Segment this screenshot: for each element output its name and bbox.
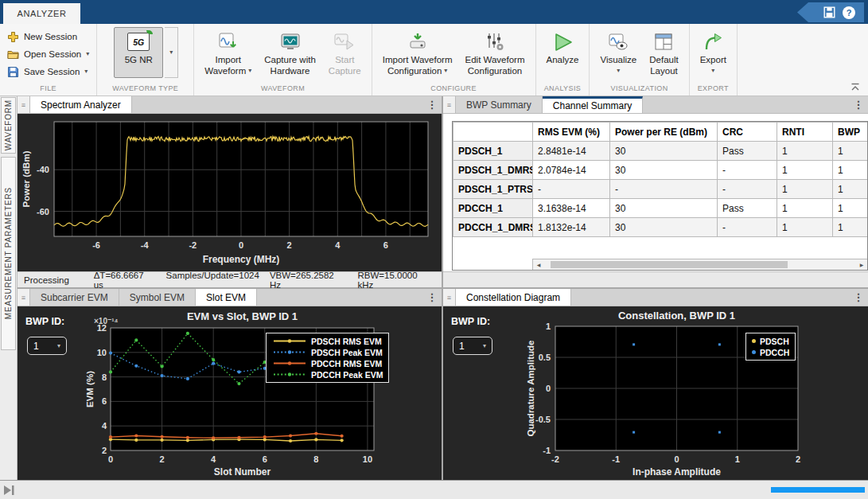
- table-cell: 3.1638e-14: [533, 199, 610, 218]
- table-row[interactable]: PDSCH_1_PTRS---11: [453, 180, 868, 199]
- save-icon[interactable]: [823, 6, 835, 18]
- quick-access-toolbar: ?: [797, 2, 864, 22]
- scrollbar-thumb[interactable]: [551, 261, 788, 268]
- evm-chart-legend: PDSCH RMS EVMPDSCH Peak EVMPDCCH RMS EVM…: [266, 333, 389, 383]
- ribbon-toolbar: New Session Open Session ▾: [0, 24, 868, 96]
- save-session-button[interactable]: Save Session ▾: [4, 64, 92, 80]
- panel-hamburger-icon[interactable]: ≡: [443, 289, 456, 306]
- waveform-type-dropdown-button[interactable]: ▾: [165, 27, 178, 78]
- import-waveform-dropdown-icon[interactable]: ▾: [248, 67, 251, 75]
- visualize-button[interactable]: Visualize ▾: [594, 25, 643, 76]
- analyze-icon: [551, 32, 574, 53]
- table-cell: 1: [833, 218, 868, 237]
- svg-text:6: 6: [263, 454, 267, 464]
- export-dropdown-icon[interactable]: ▾: [711, 67, 714, 75]
- status-segment: VBW=265.2582 Hz: [270, 271, 348, 290]
- panel-hamburger-icon[interactable]: ≡: [443, 96, 456, 113]
- scrollbar-track[interactable]: [544, 259, 856, 270]
- sidebar-tab-measurement-parameters[interactable]: MEASUREMENT PARAMETERS: [1, 157, 16, 350]
- panel-menu-icon[interactable]: ⋮: [422, 96, 442, 113]
- expand-panel-button[interactable]: [2, 484, 16, 497]
- import-config-dropdown-icon[interactable]: ▾: [444, 67, 447, 75]
- collapse-ribbon-button[interactable]: [850, 83, 860, 92]
- legend-marker-icon: [752, 350, 756, 354]
- import-waveform-button[interactable]: Import Waveform ▾: [198, 25, 258, 76]
- table-row[interactable]: PDSCH_12.8481e-1430Pass11: [453, 142, 868, 161]
- constellation-chart-area: BWP ID: 1 ▾ Constellation, BWP ID 1-1-0.…: [443, 306, 868, 480]
- svg-text:Quadrature Amplitude: Quadrature Amplitude: [526, 341, 535, 437]
- new-session-button[interactable]: New Session: [4, 29, 92, 45]
- scroll-right-icon[interactable]: ▶: [856, 262, 867, 267]
- slot-evm-panel: ≡Subcarrier EVMSymbol EVMSlot EVM⋮ BWP I…: [18, 289, 442, 480]
- svg-text:0.5: 0.5: [539, 353, 551, 362]
- bwp-id-select[interactable]: 1 ▾: [27, 337, 67, 355]
- svg-text:Power (dBm): Power (dBm): [21, 150, 31, 207]
- help-icon[interactable]: ?: [843, 6, 855, 19]
- table-cell: -: [610, 180, 718, 199]
- bwp-id-label: BWP ID:: [451, 316, 490, 327]
- export-button[interactable]: Export ▾: [694, 25, 733, 76]
- default-layout-button[interactable]: Default Layout: [643, 25, 684, 76]
- tabstrip-filler: [571, 289, 849, 306]
- row-name-cell: PDCCH_1_DMRS: [453, 218, 533, 237]
- tab-constellation-diagram[interactable]: Constellation Diagram: [456, 289, 571, 306]
- group-label-waveform: WAVEFORM: [198, 83, 367, 96]
- panel-menu-icon[interactable]: ⋮: [849, 289, 868, 306]
- analyze-button[interactable]: Analyze: [540, 25, 586, 76]
- open-session-button[interactable]: Open Session ▾: [4, 46, 92, 62]
- default-layout-icon: [653, 33, 674, 52]
- panel-hamburger-icon[interactable]: ≡: [18, 289, 30, 306]
- table-row[interactable]: PDSCH_1_DMRS2.0784e-1430-11: [453, 161, 868, 180]
- analyzer-tab-label: ANALYZER: [17, 9, 66, 18]
- table-horizontal-scrollbar[interactable]: ◀ ▶: [532, 259, 867, 270]
- save-session-dropdown-icon[interactable]: ▾: [84, 68, 88, 76]
- horizontal-scrollbar-thumb[interactable]: [771, 487, 865, 493]
- svg-text:-4: -4: [141, 240, 150, 250]
- capture-with-hardware-button[interactable]: Capture with Hardware: [258, 25, 322, 76]
- group-label-export: EXPORT: [694, 83, 733, 96]
- legend-entry: PDCCH: [752, 347, 789, 357]
- svg-text:8: 8: [313, 454, 318, 464]
- spectrum-status-bar: Processing ΔT=66.6667 usSamples/Update=1…: [18, 271, 442, 287]
- waveform-type-5gnr-button[interactable]: 5G 5G NR: [114, 27, 163, 78]
- visualize-dropdown-icon[interactable]: ▾: [617, 67, 620, 75]
- edit-waveform-configuration-button[interactable]: Edit Waveform Configuration: [459, 25, 531, 76]
- constellation-panel: ≡Constellation Diagram⋮ BWP ID: 1 ▾ Cons…: [443, 289, 868, 480]
- tab-subcarrier-evm[interactable]: Subcarrier EVM: [30, 289, 119, 306]
- table-cell: -: [718, 218, 777, 237]
- panel-menu-icon[interactable]: ⋮: [422, 289, 442, 306]
- spectrum-tabstrip: ≡Spectrum Analyzer⋮: [18, 96, 442, 114]
- table-row[interactable]: PDCCH_13.1638e-1430Pass11: [453, 199, 868, 218]
- summary-status-bar: [443, 271, 868, 287]
- svg-text:Frequency (MHz): Frequency (MHz): [203, 254, 280, 265]
- open-session-dropdown-icon[interactable]: ▾: [86, 50, 89, 58]
- tab-slot-evm[interactable]: Slot EVM: [196, 289, 257, 306]
- table-header: RMS EVM (%): [533, 123, 610, 142]
- import-waveform-configuration-button[interactable]: Import Waveform Configuration ▾: [376, 25, 459, 76]
- table-row[interactable]: PDCCH_1_DMRS1.8132e-1430-11: [453, 218, 868, 237]
- bwp-id-select[interactable]: 1 ▾: [453, 337, 492, 355]
- tab-spectrum-analyzer[interactable]: Spectrum Analyzer: [30, 96, 132, 113]
- ribbon-group-analysis: Analyze ANALYSIS: [536, 24, 590, 96]
- legend-label: PDSCH Peak EVM: [311, 348, 383, 357]
- tab-symbol-evm[interactable]: Symbol EVM: [119, 289, 196, 306]
- panel-hamburger-icon[interactable]: ≡: [18, 96, 30, 113]
- tab-bwp-summary[interactable]: BWP Summary: [456, 96, 543, 113]
- constellation-legend: PDSCHPDCCH: [745, 333, 796, 361]
- scroll-left-icon[interactable]: ◀: [533, 262, 544, 267]
- legend-entry: PDSCH RMS EVM: [272, 336, 383, 346]
- svg-text:-2: -2: [189, 240, 197, 250]
- svg-text:1: 1: [546, 322, 551, 331]
- svg-text:10: 10: [97, 348, 107, 357]
- svg-text:0: 0: [546, 384, 551, 393]
- collapse-ribbon-icon: [850, 83, 860, 92]
- sidebar-tab-waveform[interactable]: WAVEFORM: [1, 97, 16, 154]
- svg-text:4: 4: [102, 421, 107, 431]
- analyzer-ribbon-tab[interactable]: ANALYZER: [3, 3, 80, 24]
- spectrum-plot-area: -40-60-6-4-20246Frequency (MHz)Power (dB…: [18, 114, 442, 271]
- table-cell: 1: [833, 142, 868, 161]
- svg-text:EVM (%): EVM (%): [85, 371, 95, 407]
- bottom-dock-bar: [0, 480, 868, 499]
- tab-channel-summary[interactable]: Channel Summary: [543, 96, 643, 113]
- panel-menu-icon[interactable]: ⋮: [849, 96, 868, 113]
